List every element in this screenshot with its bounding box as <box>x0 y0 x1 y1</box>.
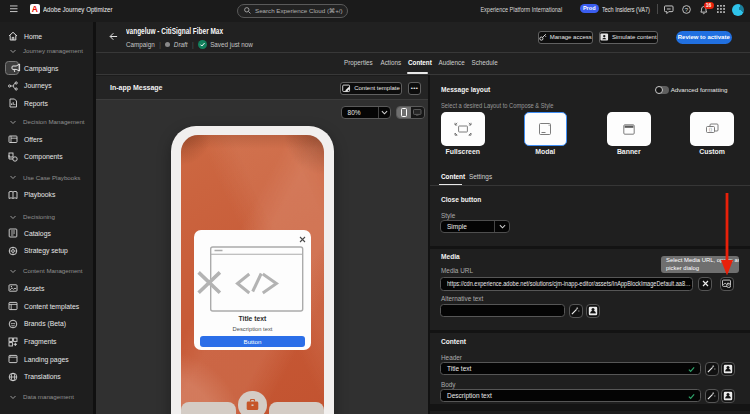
svg-text:⟨⟩: ⟨⟩ <box>709 127 713 132</box>
svg-text:?: ? <box>685 6 689 12</box>
